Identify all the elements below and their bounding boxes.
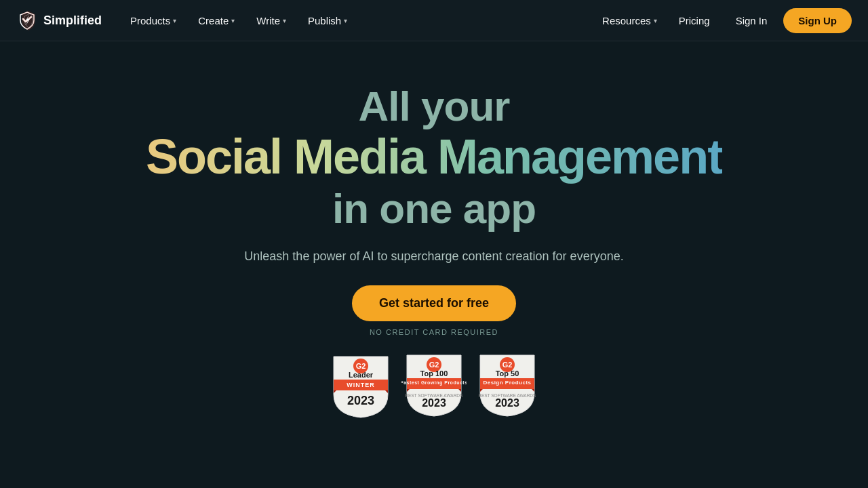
- get-started-button[interactable]: Get started for free: [352, 285, 516, 321]
- badge-leader-shield: G2 WINTER Leader 2023: [328, 354, 393, 419]
- nav-publish[interactable]: Publish ▾: [298, 9, 357, 32]
- nav-right-items: Resources ▾ Pricing Sign In Sign Up: [593, 8, 852, 33]
- chevron-down-icon: ▾: [173, 17, 176, 24]
- badge-top50-shield: G2 Design Products Top 50 BEST SOFTWARE …: [475, 352, 540, 418]
- badge-top100-shield: G2 Fastest Growing Products Top 100 BEST…: [401, 352, 467, 418]
- nav-pricing[interactable]: Pricing: [669, 9, 719, 32]
- nav-left-items: Products ▾ Create ▾ Write ▾ Publish ▾: [121, 9, 593, 32]
- award-badges: G2 WINTER Leader 2023 G2 Fastes: [328, 352, 540, 420]
- hero-line1: All your: [359, 82, 510, 130]
- nav-resources[interactable]: Resources ▾: [593, 9, 667, 32]
- svg-text:2023: 2023: [495, 397, 519, 409]
- svg-text:G2: G2: [429, 361, 439, 369]
- nav-create[interactable]: Create ▾: [189, 9, 244, 32]
- chevron-down-icon: ▾: [283, 17, 286, 24]
- logo-text: Simplified: [43, 14, 102, 28]
- svg-text:2023: 2023: [347, 394, 374, 407]
- svg-text:WINTER: WINTER: [347, 382, 375, 388]
- svg-text:Top 100: Top 100: [420, 369, 448, 378]
- no-credit-card-text: NO CREDIT CARD REQUIRED: [370, 328, 498, 336]
- hero-line3: in one app: [332, 184, 536, 234]
- chevron-down-icon: ▾: [654, 17, 657, 24]
- logo-icon: [16, 9, 38, 31]
- svg-text:G2: G2: [502, 361, 513, 369]
- chevron-down-icon: ▾: [231, 17, 235, 24]
- svg-text:2023: 2023: [422, 397, 446, 409]
- navbar: Simplified Products ▾ Create ▾ Write ▾ P…: [0, 0, 868, 41]
- badge-leader: G2 WINTER Leader 2023: [328, 354, 393, 419]
- sign-up-button[interactable]: Sign Up: [783, 8, 852, 33]
- badge-top100: G2 Fastest Growing Products Top 100 BEST…: [401, 352, 467, 420]
- nav-products[interactable]: Products ▾: [121, 9, 186, 32]
- logo-link[interactable]: Simplified: [16, 9, 102, 31]
- chevron-down-icon: ▾: [344, 17, 347, 24]
- badge-top50: G2 Design Products Top 50 BEST SOFTWARE …: [475, 352, 540, 420]
- nav-write[interactable]: Write ▾: [247, 9, 296, 32]
- hero-subtitle: Unleash the power of AI to supercharge c…: [244, 249, 623, 264]
- svg-text:G2: G2: [356, 362, 366, 370]
- hero-line2: Social Media Management: [146, 130, 722, 184]
- svg-text:Leader: Leader: [349, 371, 374, 379]
- hero-section: All your Social Media Management in one …: [0, 41, 868, 420]
- svg-text:Design Products: Design Products: [483, 380, 531, 386]
- svg-text:Top 50: Top 50: [496, 369, 519, 378]
- svg-text:Fastest Growing Products: Fastest Growing Products: [401, 380, 467, 386]
- sign-in-button[interactable]: Sign In: [722, 9, 781, 32]
